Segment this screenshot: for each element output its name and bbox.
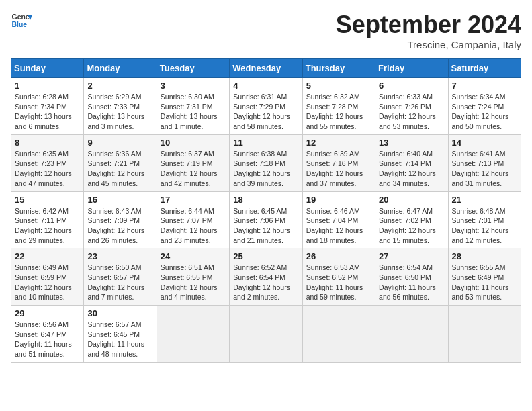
calendar-week-5: 29 Sunrise: 6:56 AM Sunset: 6:47 PM Dayl… bbox=[11, 306, 521, 363]
calendar-cell: 17 Sunrise: 6:44 AM Sunset: 7:07 PM Dayl… bbox=[157, 191, 229, 248]
calendar-cell: 30 Sunrise: 6:57 AM Sunset: 6:45 PM Dayl… bbox=[84, 306, 157, 363]
day-info: Sunrise: 6:38 AM Sunset: 7:18 PM Dayligh… bbox=[233, 149, 298, 189]
day-number: 12 bbox=[306, 138, 371, 148]
col-thursday: Thursday bbox=[302, 59, 375, 78]
day-number: 13 bbox=[379, 138, 444, 148]
calendar-cell bbox=[448, 306, 521, 363]
day-number: 2 bbox=[87, 81, 152, 91]
day-number: 7 bbox=[452, 81, 517, 91]
day-number: 20 bbox=[379, 195, 444, 205]
day-number: 14 bbox=[452, 138, 517, 148]
day-info: Sunrise: 6:49 AM Sunset: 6:59 PM Dayligh… bbox=[15, 263, 80, 302]
calendar-cell: 13 Sunrise: 6:40 AM Sunset: 7:14 PM Dayl… bbox=[375, 134, 448, 191]
day-info: Sunrise: 6:50 AM Sunset: 6:57 PM Dayligh… bbox=[87, 263, 152, 302]
day-number: 24 bbox=[161, 251, 226, 261]
day-info: Sunrise: 6:51 AM Sunset: 6:55 PM Dayligh… bbox=[161, 263, 226, 302]
col-tuesday: Tuesday bbox=[157, 59, 229, 78]
day-number: 1 bbox=[15, 81, 80, 91]
calendar-cell bbox=[230, 306, 302, 363]
day-number: 19 bbox=[306, 195, 371, 205]
calendar-cell: 27 Sunrise: 6:54 AM Sunset: 6:50 PM Dayl… bbox=[375, 248, 448, 306]
day-info: Sunrise: 6:48 AM Sunset: 7:01 PM Dayligh… bbox=[452, 206, 517, 246]
calendar-week-4: 22 Sunrise: 6:49 AM Sunset: 6:59 PM Dayl… bbox=[11, 248, 521, 306]
day-info: Sunrise: 6:34 AM Sunset: 7:24 PM Dayligh… bbox=[452, 92, 517, 132]
day-number: 22 bbox=[15, 251, 80, 261]
day-info: Sunrise: 6:41 AM Sunset: 7:13 PM Dayligh… bbox=[452, 149, 517, 189]
day-info: Sunrise: 6:44 AM Sunset: 7:07 PM Dayligh… bbox=[161, 206, 226, 246]
calendar-cell: 1 Sunrise: 6:28 AM Sunset: 7:34 PM Dayli… bbox=[11, 78, 84, 135]
calendar-cell: 28 Sunrise: 6:55 AM Sunset: 6:49 PM Dayl… bbox=[448, 248, 521, 306]
month-title: September 2024 bbox=[336, 11, 521, 39]
day-info: Sunrise: 6:37 AM Sunset: 7:19 PM Dayligh… bbox=[161, 149, 226, 189]
day-info: Sunrise: 6:29 AM Sunset: 7:33 PM Dayligh… bbox=[87, 92, 152, 132]
calendar-cell bbox=[375, 306, 448, 363]
calendar-cell: 12 Sunrise: 6:39 AM Sunset: 7:16 PM Dayl… bbox=[302, 134, 375, 191]
day-info: Sunrise: 6:54 AM Sunset: 6:50 PM Dayligh… bbox=[379, 263, 444, 302]
calendar-cell: 8 Sunrise: 6:35 AM Sunset: 7:23 PM Dayli… bbox=[11, 134, 84, 191]
day-info: Sunrise: 6:40 AM Sunset: 7:14 PM Dayligh… bbox=[379, 149, 444, 189]
day-number: 16 bbox=[87, 195, 152, 205]
day-number: 21 bbox=[452, 195, 517, 205]
calendar-cell: 21 Sunrise: 6:48 AM Sunset: 7:01 PM Dayl… bbox=[448, 191, 521, 248]
logo: General Blue General Blue bbox=[11, 11, 32, 32]
day-info: Sunrise: 6:35 AM Sunset: 7:23 PM Dayligh… bbox=[15, 149, 80, 189]
page-header: General Blue General Blue September 2024… bbox=[11, 11, 521, 50]
logo-icon: General Blue bbox=[11, 11, 32, 32]
day-info: Sunrise: 6:53 AM Sunset: 6:52 PM Dayligh… bbox=[306, 263, 371, 302]
day-info: Sunrise: 6:36 AM Sunset: 7:21 PM Dayligh… bbox=[87, 149, 152, 189]
day-number: 4 bbox=[233, 81, 298, 91]
calendar-cell: 20 Sunrise: 6:47 AM Sunset: 7:02 PM Dayl… bbox=[375, 191, 448, 248]
calendar-cell: 25 Sunrise: 6:52 AM Sunset: 6:54 PM Dayl… bbox=[230, 248, 302, 306]
calendar-cell: 16 Sunrise: 6:43 AM Sunset: 7:09 PM Dayl… bbox=[84, 191, 157, 248]
day-info: Sunrise: 6:52 AM Sunset: 6:54 PM Dayligh… bbox=[233, 263, 298, 302]
day-info: Sunrise: 6:46 AM Sunset: 7:04 PM Dayligh… bbox=[306, 206, 371, 246]
calendar-week-1: 1 Sunrise: 6:28 AM Sunset: 7:34 PM Dayli… bbox=[11, 78, 521, 135]
day-info: Sunrise: 6:47 AM Sunset: 7:02 PM Dayligh… bbox=[379, 206, 444, 246]
day-number: 25 bbox=[233, 251, 298, 261]
calendar-cell: 19 Sunrise: 6:46 AM Sunset: 7:04 PM Dayl… bbox=[302, 191, 375, 248]
day-info: Sunrise: 6:33 AM Sunset: 7:26 PM Dayligh… bbox=[379, 92, 444, 132]
day-number: 26 bbox=[306, 251, 371, 261]
day-number: 28 bbox=[452, 251, 517, 261]
day-number: 17 bbox=[161, 195, 226, 205]
calendar-cell: 18 Sunrise: 6:45 AM Sunset: 7:06 PM Dayl… bbox=[230, 191, 302, 248]
day-number: 8 bbox=[15, 138, 80, 148]
calendar-cell: 5 Sunrise: 6:32 AM Sunset: 7:28 PM Dayli… bbox=[302, 78, 375, 135]
day-number: 18 bbox=[233, 195, 298, 205]
calendar-cell: 15 Sunrise: 6:42 AM Sunset: 7:11 PM Dayl… bbox=[11, 191, 84, 248]
day-info: Sunrise: 6:42 AM Sunset: 7:11 PM Dayligh… bbox=[15, 206, 80, 246]
calendar-cell: 26 Sunrise: 6:53 AM Sunset: 6:52 PM Dayl… bbox=[302, 248, 375, 306]
day-number: 15 bbox=[15, 195, 80, 205]
calendar-cell bbox=[302, 306, 375, 363]
day-number: 5 bbox=[306, 81, 371, 91]
col-sunday: Sunday bbox=[11, 59, 84, 78]
day-info: Sunrise: 6:55 AM Sunset: 6:49 PM Dayligh… bbox=[452, 263, 517, 302]
col-wednesday: Wednesday bbox=[230, 59, 302, 78]
day-info: Sunrise: 6:57 AM Sunset: 6:45 PM Dayligh… bbox=[87, 320, 152, 359]
day-number: 9 bbox=[87, 138, 152, 148]
location: Trescine, Campania, Italy bbox=[336, 39, 521, 50]
day-info: Sunrise: 6:45 AM Sunset: 7:06 PM Dayligh… bbox=[233, 206, 298, 246]
day-number: 27 bbox=[379, 251, 444, 261]
svg-text:Blue: Blue bbox=[12, 21, 28, 28]
calendar-table: Sunday Monday Tuesday Wednesday Thursday… bbox=[11, 58, 521, 363]
calendar-header-row: Sunday Monday Tuesday Wednesday Thursday… bbox=[11, 59, 521, 78]
day-info: Sunrise: 6:32 AM Sunset: 7:28 PM Dayligh… bbox=[306, 92, 371, 132]
day-info: Sunrise: 6:56 AM Sunset: 6:47 PM Dayligh… bbox=[15, 320, 80, 359]
day-info: Sunrise: 6:30 AM Sunset: 7:31 PM Dayligh… bbox=[161, 92, 226, 132]
calendar-cell: 2 Sunrise: 6:29 AM Sunset: 7:33 PM Dayli… bbox=[84, 78, 157, 135]
calendar-cell: 9 Sunrise: 6:36 AM Sunset: 7:21 PM Dayli… bbox=[84, 134, 157, 191]
day-number: 23 bbox=[87, 251, 152, 261]
day-info: Sunrise: 6:43 AM Sunset: 7:09 PM Dayligh… bbox=[87, 206, 152, 246]
day-number: 30 bbox=[87, 308, 152, 318]
calendar-cell bbox=[157, 306, 229, 363]
calendar-cell: 29 Sunrise: 6:56 AM Sunset: 6:47 PM Dayl… bbox=[11, 306, 84, 363]
calendar-cell: 3 Sunrise: 6:30 AM Sunset: 7:31 PM Dayli… bbox=[157, 78, 229, 135]
calendar-cell: 11 Sunrise: 6:38 AM Sunset: 7:18 PM Dayl… bbox=[230, 134, 302, 191]
day-number: 10 bbox=[161, 138, 226, 148]
day-info: Sunrise: 6:31 AM Sunset: 7:29 PM Dayligh… bbox=[233, 92, 298, 132]
calendar-cell: 14 Sunrise: 6:41 AM Sunset: 7:13 PM Dayl… bbox=[448, 134, 521, 191]
calendar-cell: 4 Sunrise: 6:31 AM Sunset: 7:29 PM Dayli… bbox=[230, 78, 302, 135]
calendar-week-2: 8 Sunrise: 6:35 AM Sunset: 7:23 PM Dayli… bbox=[11, 134, 521, 191]
day-number: 3 bbox=[161, 81, 226, 91]
